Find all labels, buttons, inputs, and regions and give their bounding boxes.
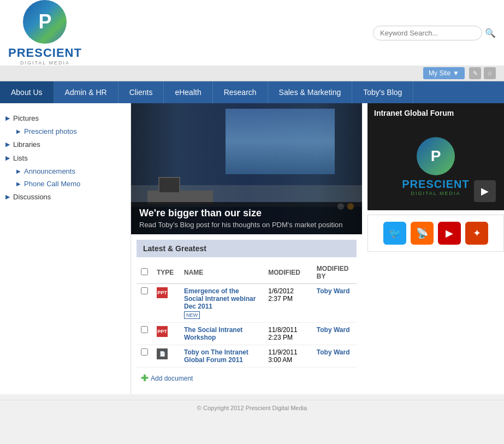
footer-text: © Copyright 2012 Prescient Digital Media — [197, 405, 307, 411]
sidebar-child-announcements[interactable]: ▶ Announcements — [5, 165, 125, 177]
sidebar: ▶ Pictures ▶ Prescient photos ▶ Librarie… — [0, 103, 131, 394]
row3-checkbox-cell — [137, 345, 152, 368]
twitter-icon[interactable]: 🐦 — [383, 222, 406, 245]
row2-modified-by-cell: Toby Ward — [312, 323, 357, 345]
mysite-label: My Site — [429, 69, 450, 77]
social-icons-bar: 🐦 📡 ▶ ✦ — [367, 215, 504, 252]
row3-type-icon: 📄 — [157, 348, 168, 359]
sidebar-label-prescient-photos: Prescient photos — [24, 127, 77, 135]
row2-type-cell: PPT — [152, 323, 180, 345]
col-modified: MODIFIED — [264, 262, 312, 284]
mysite-icons: ✎ ☆ — [469, 67, 496, 79]
arrow-icon: ▶ — [5, 193, 10, 200]
logo-subtext: DIGITAL MEDIA — [20, 60, 70, 66]
row2-type-icon: PPT — [157, 326, 168, 337]
search-area: 🔍 — [373, 26, 496, 40]
forum-logo-subtext: DIGITAL MEDIA — [411, 191, 460, 196]
latest-table-body: PPT Emergence of the Social Intranet web… — [137, 284, 357, 368]
row1-name-cell: Emergence of the Social Intranet webinar… — [180, 284, 264, 323]
row1-modified-by[interactable]: Toby Ward — [317, 287, 350, 295]
row2-name-link[interactable]: The Social Intranet Workshop — [184, 326, 259, 341]
row1-type-icon: PPT — [157, 287, 168, 298]
forum-logo-area: P PRESCIENT DIGITAL MEDIA — [367, 123, 504, 210]
arrow2-icon: ▶ — [16, 168, 21, 174]
row3-modified-by-cell: Toby Ward — [312, 345, 357, 368]
nav-item-ehealth[interactable]: eHealth — [164, 81, 212, 103]
sidebar-label-libraries: Libraries — [13, 140, 40, 149]
row2-checkbox[interactable] — [141, 326, 148, 333]
microsoft-icon[interactable]: ✦ — [465, 222, 488, 245]
sidebar-child-phone-call-memo[interactable]: ▶ Phone Call Memo — [5, 177, 125, 190]
row1-checkbox-cell — [137, 284, 152, 323]
hero-title: We're bigger than our size — [139, 208, 354, 219]
play-button[interactable] — [474, 180, 496, 202]
nav-item-about-us[interactable]: About Us — [0, 81, 54, 103]
arrow2-icon: ▶ — [16, 181, 21, 187]
mysite-icon-1[interactable]: ✎ — [469, 67, 481, 79]
row1-name-link[interactable]: Emergence of the Social Intranet webinar… — [184, 287, 259, 310]
page-header: PRESCIENT DIGITAL MEDIA 🔍 — [0, 0, 504, 66]
intranet-forum-section: Intranet Global Forum P PRESCIENT DIGITA… — [367, 103, 504, 210]
mysite-button[interactable]: My Site ▼ — [423, 67, 465, 79]
add-document-button[interactable]: ✚ Add document — [137, 368, 357, 389]
mysite-bar: My Site ▼ ✎ ☆ — [0, 66, 504, 81]
sidebar-item-pictures[interactable]: ▶ Pictures — [5, 111, 125, 125]
row2-modified-by[interactable]: Toby Ward — [317, 326, 350, 334]
table-row: PPT Emergence of the Social Intranet web… — [137, 284, 357, 323]
nav-item-tobys-blog[interactable]: Toby's Blog — [352, 81, 413, 103]
table-row: PPT The Social Intranet Workshop 11/8/20… — [137, 323, 357, 345]
hero-banner: We're bigger than our size Read Toby's B… — [131, 103, 362, 234]
add-document-label: Add document — [151, 375, 193, 382]
arrow-icon: ▶ — [5, 115, 10, 122]
nav-item-clients[interactable]: Clients — [118, 81, 164, 103]
sidebar-item-lists[interactable]: ▶ Lists — [5, 151, 125, 165]
mysite-icon-2[interactable]: ☆ — [484, 67, 496, 79]
row2-checkbox-cell — [137, 323, 152, 345]
right-panel: Intranet Global Forum P PRESCIENT DIGITA… — [362, 103, 504, 394]
sidebar-item-libraries[interactable]: ▶ Libraries — [5, 138, 125, 151]
main-content: ▶ Pictures ▶ Prescient photos ▶ Librarie… — [0, 103, 504, 394]
row1-modified-by-cell: Toby Ward — [312, 284, 357, 323]
latest-table: TYPE NAME MODIFIED MODIFIED BY PPT — [137, 262, 357, 368]
row1-new-badge: NEW — [184, 311, 200, 319]
search-button[interactable]: 🔍 — [485, 28, 496, 38]
add-icon: ✚ — [141, 373, 148, 383]
forum-logo-inner: P PRESCIENT DIGITAL MEDIA — [402, 137, 469, 196]
hero-monitor-deco — [158, 177, 180, 193]
sidebar-label-discussions: Discussions — [13, 193, 51, 201]
youtube-icon[interactable]: ▶ — [438, 222, 461, 245]
nav-item-research[interactable]: Research — [213, 81, 268, 103]
arrow-icon: ▶ — [5, 155, 10, 162]
logo-text: PRESCIENT — [8, 46, 82, 60]
col-type: TYPE — [152, 262, 180, 284]
latest-greatest-section: Latest & Greatest TYPE NAME MODIFIED MOD… — [131, 234, 362, 394]
sidebar-label-announcements: Announcements — [24, 167, 75, 175]
sidebar-item-discussions[interactable]: ▶ Discussions — [5, 190, 125, 204]
nav-item-admin-hr[interactable]: Admin & HR — [54, 81, 118, 103]
center-content: We're bigger than our size Read Toby's B… — [131, 103, 362, 394]
arrow2-icon: ▶ — [16, 128, 21, 134]
row3-modified-cell: 11/9/2011 3:00 AM — [264, 345, 312, 368]
table-row: 📄 Toby on The Intranet Global Forum 2011… — [137, 345, 357, 368]
row3-modified-by[interactable]: Toby Ward — [317, 348, 350, 356]
sidebar-label-phone-call-memo: Phone Call Memo — [24, 180, 80, 188]
forum-logo-circle: P — [417, 137, 455, 175]
mysite-dropdown-arrow: ▼ — [453, 69, 459, 77]
nav-item-sales-marketing[interactable]: Sales & Marketing — [268, 81, 353, 103]
row2-modified-cell: 11/8/2011 2:23 PM — [264, 323, 312, 345]
forum-header: Intranet Global Forum — [367, 103, 504, 123]
col-modified-by: MODIFIED BY — [312, 262, 357, 284]
row1-checkbox[interactable] — [141, 287, 148, 294]
rss-icon[interactable]: 📡 — [411, 222, 434, 245]
row3-checkbox[interactable] — [141, 348, 148, 356]
sidebar-child-prescient-photos[interactable]: ▶ Prescient photos — [5, 125, 125, 138]
forum-logo-text: PRESCIENT — [402, 178, 469, 191]
latest-greatest-header: Latest & Greatest — [137, 240, 357, 257]
logo-icon — [23, 0, 67, 44]
sidebar-label-lists: Lists — [13, 154, 28, 162]
select-all-checkbox[interactable] — [141, 268, 148, 275]
row3-name-link[interactable]: Toby on The Intranet Global Forum 2011 — [184, 348, 259, 364]
row3-name-cell: Toby on The Intranet Global Forum 2011 — [180, 345, 264, 368]
row1-modified-cell: 1/6/2012 2:37 PM — [264, 284, 312, 323]
search-input[interactable] — [373, 26, 482, 40]
